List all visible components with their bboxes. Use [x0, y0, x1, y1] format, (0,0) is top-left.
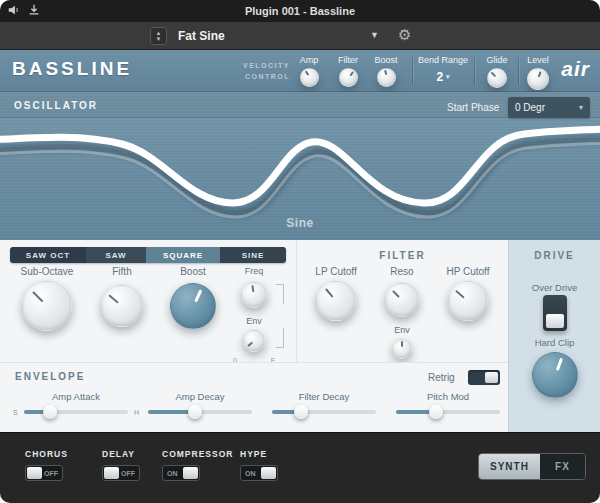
fifth-group: Fifth	[88, 266, 156, 327]
drive-knob[interactable]	[532, 352, 578, 398]
boost-knob-group: Boost	[366, 55, 406, 87]
filter-env-knob[interactable]	[392, 339, 412, 359]
hype-toggle[interactable]: ON	[240, 465, 278, 481]
pitch-mod-thumb[interactable]	[429, 405, 443, 419]
amp-decay-track[interactable]	[148, 410, 252, 414]
header-divider	[412, 57, 413, 85]
fifth-label: Fifth	[112, 266, 131, 277]
start-phase-select[interactable]: 0 Degr ▾	[508, 97, 590, 118]
air-logo: air	[561, 57, 590, 81]
compressor-group: COMPRESSOR ON	[162, 449, 233, 481]
level-knob-group: Level	[521, 55, 555, 90]
reso-knob[interactable]	[385, 283, 419, 317]
filter-decay-thumb[interactable]	[294, 405, 308, 419]
titlebar: Plugin 001 - Bassline	[0, 0, 600, 22]
start-phase-value: 0 Degr	[515, 102, 545, 113]
boost-knob-header[interactable]	[377, 68, 396, 87]
freq-bracket	[276, 284, 284, 304]
waveform-tabbar: SAW OCT SAW SQUARE SINE	[10, 247, 286, 263]
delay-toggle[interactable]: OFF	[102, 465, 140, 481]
amp-knob-group: Amp	[289, 55, 329, 87]
tab-saw[interactable]: SAW	[86, 247, 146, 263]
compressor-label: COMPRESSOR	[162, 449, 233, 459]
boost-label: Boost	[180, 266, 206, 277]
download-icon[interactable]	[27, 3, 41, 17]
amp-decay-label: Amp Decay	[148, 391, 252, 402]
speaker-icon[interactable]	[7, 3, 21, 17]
delay-group: DELAY OFF	[102, 449, 140, 481]
glide-knob-label: Glide	[486, 55, 507, 65]
drive-title: DRIVE	[509, 250, 600, 261]
tab-sine[interactable]: SINE	[220, 247, 286, 263]
amp-attack-thumb[interactable]	[43, 405, 57, 419]
envelope-title: ENVELOPE	[15, 371, 85, 382]
amp-decay-slider: Amp Decay	[148, 391, 252, 414]
overdrive-hardclip-switch[interactable]	[543, 295, 567, 331]
control-label: CONTROL	[238, 72, 290, 83]
retrig-label: Retrig	[428, 372, 455, 383]
freq-knob[interactable]	[241, 282, 267, 308]
fx-bar: CHORUS OFF DELAY OFF COMPRESSOR ON HYPE …	[0, 432, 600, 503]
osc-env-knob[interactable]	[243, 330, 265, 352]
boost-knob[interactable]	[170, 283, 216, 329]
level-knob[interactable]	[527, 68, 549, 90]
sub-octave-knob[interactable]	[22, 281, 72, 331]
freq-env-group: Freq Env 0 F	[228, 266, 280, 364]
chorus-toggle[interactable]: OFF	[25, 465, 63, 481]
glide-knob[interactable]	[487, 68, 507, 88]
compressor-state: ON	[167, 470, 178, 477]
bend-range-value: 2	[436, 70, 443, 84]
oscillator-title: OSCILLATOR	[14, 100, 98, 111]
filter-decay-track[interactable]	[272, 410, 376, 414]
tab-square[interactable]: SQUARE	[146, 247, 220, 263]
chorus-label: CHORUS	[25, 449, 68, 459]
filter-knob[interactable]	[339, 68, 358, 87]
amp-attack-slider: Amp Attack S H	[24, 391, 128, 414]
hype-label: HYPE	[240, 449, 278, 459]
hype-group: HYPE ON	[240, 449, 278, 481]
tab-saw-oct[interactable]: SAW OCT	[10, 247, 86, 263]
filter-decay-slider: Filter Decay	[272, 391, 376, 414]
toggle-knob	[261, 467, 276, 479]
start-phase-label: Start Phase	[447, 102, 499, 113]
bend-range-select[interactable]: 2 ▾	[436, 70, 449, 84]
preset-stepper[interactable]: ▲ ▼	[150, 27, 167, 45]
amp-attack-track[interactable]	[24, 410, 128, 414]
filter-panel: FILTER LP Cutoff Reso Env - + HP Cutoff	[297, 240, 508, 362]
amp-attack-label: Amp Attack	[24, 391, 128, 402]
stepper-down-icon[interactable]: ▼	[156, 36, 162, 42]
amp-knob-label: Amp	[300, 55, 319, 65]
bend-range-group: Bend Range 2 ▾	[416, 55, 470, 84]
synth-button[interactable]: SYNTH	[479, 454, 540, 479]
amp-knob[interactable]	[300, 68, 319, 87]
lp-cutoff-knob[interactable]	[316, 281, 356, 321]
amp-decay-thumb[interactable]	[188, 405, 202, 419]
retrig-toggle[interactable]	[468, 370, 500, 385]
oscillator-section: OSCILLATOR Start Phase 0 Degr ▾ Sine	[0, 92, 600, 240]
bend-range-label: Bend Range	[418, 55, 468, 65]
preset-name[interactable]: Fat Sine	[178, 29, 225, 43]
env-bracket	[276, 328, 284, 348]
fx-button[interactable]: FX	[540, 454, 585, 479]
velocity-label: VELOCITY	[238, 61, 290, 72]
waveform-echo	[0, 143, 600, 217]
amp-attack-min-label: S	[13, 409, 18, 416]
header-divider	[474, 57, 475, 85]
hp-cutoff-knob[interactable]	[448, 281, 488, 321]
compressor-toggle[interactable]: ON	[162, 465, 200, 481]
window-title: Plugin 001 - Bassline	[0, 5, 600, 17]
filter-knob-label: Filter	[338, 55, 358, 65]
drive-panel: DRIVE Over Drive Hard Clip	[508, 240, 600, 432]
preset-caret-icon[interactable]: ▼	[370, 30, 379, 40]
pitch-mod-track[interactable]	[396, 410, 500, 414]
caret-down-icon: ▾	[579, 103, 583, 112]
hp-cutoff-group: HP Cutoff	[438, 266, 498, 321]
titlebar-icons	[7, 3, 41, 17]
gear-icon[interactable]: ⚙	[398, 26, 411, 44]
synth-fx-toggle: SYNTH FX	[478, 453, 586, 480]
pitch-mod-label: Pitch Mod	[396, 391, 500, 402]
caret-down-icon: ▾	[446, 73, 450, 81]
pitch-mod-slider: Pitch Mod	[396, 391, 500, 414]
oscillator-controls-panel: SAW OCT SAW SQUARE SINE Sub-Octave Fifth…	[0, 240, 296, 362]
fifth-knob[interactable]	[101, 285, 143, 327]
